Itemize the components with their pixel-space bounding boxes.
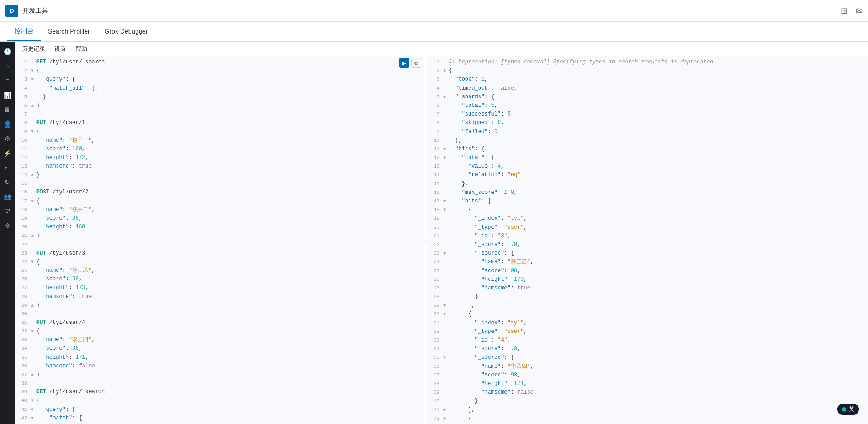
table-row: 6 "total": 5, <box>427 101 868 110</box>
line-content: "_source": { <box>449 353 868 362</box>
right-code-editor[interactable]: 1#! Deprecation: [types removal] Specify… <box>427 56 868 424</box>
line-number: 11 <box>15 145 31 154</box>
sidebar-icon-plug[interactable]: ⚡ <box>1 147 14 159</box>
sidebar-icon-users[interactable]: 👥 <box>1 190 14 203</box>
copy-button[interactable]: ⧉ <box>411 58 421 68</box>
lang-badge[interactable]: 英 <box>837 404 859 415</box>
line-content: { <box>36 258 424 266</box>
tab-search-profiler[interactable]: Search Profiler <box>41 22 97 41</box>
sidebar-icon-layers[interactable]: ≡ <box>1 74 14 87</box>
tab-console[interactable]: 控制台 <box>7 22 41 41</box>
fold-indicator[interactable]: ▼ <box>443 93 449 101</box>
table-row: 2▼{ <box>15 67 424 75</box>
line-number: 12 <box>15 154 31 162</box>
line-number: 37 <box>15 371 31 379</box>
table-row: 31 "_index": "tyl", <box>427 319 868 328</box>
left-code-editor[interactable]: 1GET /tyl/user/_search2▼{3▼ "query": {4 … <box>15 56 424 424</box>
line-number: 24 <box>427 258 443 266</box>
line-content: "hits": { <box>449 145 868 154</box>
fold-indicator[interactable]: ▲ <box>31 171 36 179</box>
fold-indicator <box>443 371 449 372</box>
fold-indicator[interactable]: ▼ <box>443 301 449 309</box>
line-number: 30 <box>427 310 443 318</box>
table-row: 18▼ { <box>427 206 868 214</box>
fold-indicator <box>31 93 36 94</box>
sidebar-icon-person[interactable]: 👤 <box>1 118 14 130</box>
line-content: PUT /tyl/user/3 <box>36 249 424 258</box>
line-number: 39 <box>15 388 31 396</box>
sidebar-icon-chart[interactable]: 📊 <box>1 89 14 101</box>
line-number: 7 <box>15 110 31 119</box>
fold-indicator[interactable]: ▼ <box>443 206 449 214</box>
table-row: 20 "_type": "user", <box>427 223 868 232</box>
table-row: 42▼ "match": { <box>15 414 424 423</box>
line-number: 32 <box>15 327 31 336</box>
history-btn[interactable]: 历史记录 <box>20 44 47 54</box>
line-content: "score": 98, <box>36 275 424 284</box>
line-content: "height": 173, <box>36 284 424 292</box>
sidebar-icon-gear[interactable]: ⚙ <box>1 132 14 145</box>
fold-indicator[interactable]: ▼ <box>443 249 449 257</box>
fold-indicator[interactable]: ▼ <box>443 406 449 414</box>
fold-indicator[interactable]: ▼ <box>443 414 449 423</box>
sidebar-icon-clock[interactable]: 🕐 <box>1 45 14 58</box>
fold-indicator[interactable]: ▼ <box>443 67 449 75</box>
table-row: 23▼ "_source": { <box>427 249 868 258</box>
fold-indicator[interactable]: ▼ <box>31 127 36 135</box>
line-number: 18 <box>15 206 31 214</box>
fold-indicator[interactable]: ▼ <box>443 154 449 162</box>
fold-indicator[interactable]: ▼ <box>443 197 449 205</box>
fold-indicator[interactable]: ▼ <box>31 197 36 205</box>
sidebar-icon-monitor[interactable]: 🖥 <box>1 103 14 116</box>
tab-grok-debugger[interactable]: Grok Debugger <box>97 22 155 41</box>
fold-indicator[interactable]: ▼ <box>443 145 449 153</box>
table-row: 8 "skipped": 0, <box>427 119 868 127</box>
fold-indicator[interactable]: ▲ <box>31 301 36 309</box>
fold-indicator[interactable]: ▼ <box>31 405 36 414</box>
fold-indicator <box>443 136 449 137</box>
fold-indicator <box>31 266 36 267</box>
sidebar-icon-refresh[interactable]: ↻ <box>1 176 14 188</box>
line-number: 2 <box>427 67 443 75</box>
line-content: } <box>36 301 424 310</box>
line-content: GET /tyl/user/_search <box>36 58 424 67</box>
fold-indicator[interactable]: ▲ <box>31 101 36 110</box>
line-content: }, <box>449 136 868 145</box>
fold-indicator[interactable]: ▲ <box>31 371 36 379</box>
table-row: 40▼{ <box>15 396 424 405</box>
run-button[interactable]: ▶ <box>399 58 409 68</box>
table-row: 16POST /tyl/user/2 <box>15 188 424 197</box>
fold-indicator[interactable]: ▼ <box>31 414 36 422</box>
settings-btn[interactable]: 设置 <box>53 44 68 54</box>
table-row: 35▼ "_source": { <box>427 353 868 362</box>
line-number: 12 <box>427 154 443 162</box>
line-number: 33 <box>427 336 443 345</box>
fold-indicator[interactable]: ▼ <box>443 310 449 318</box>
line-content: { <box>36 327 424 336</box>
fold-indicator[interactable]: ▲ <box>31 231 36 240</box>
table-row: 22 "_score": 1.0, <box>427 241 868 249</box>
fold-indicator <box>31 58 36 59</box>
line-number: 4 <box>427 84 443 93</box>
sidebar-icon-home[interactable]: ⌂ <box>1 60 14 72</box>
fold-indicator[interactable]: ▼ <box>443 353 449 361</box>
fold-indicator <box>443 388 449 389</box>
fold-indicator[interactable]: ▼ <box>31 396 36 405</box>
fold-indicator[interactable]: ▼ <box>31 258 36 266</box>
help-btn[interactable]: 帮助 <box>73 44 89 54</box>
line-number: 4 <box>15 84 31 93</box>
line-number: 37 <box>427 371 443 380</box>
sidebar-icon-shield[interactable]: 🛡 <box>1 205 14 217</box>
mail-icon[interactable]: ✉ <box>856 6 863 16</box>
line-number: 14 <box>427 171 443 179</box>
fold-indicator[interactable]: ▼ <box>31 75 36 83</box>
sidebar-icon-settings[interactable]: ⚙ <box>1 219 14 232</box>
grid-icon[interactable]: ⊞ <box>841 6 848 16</box>
table-row: 20 "height": 160 <box>15 223 424 231</box>
sidebar-icon-tag[interactable]: 🏷 <box>1 161 14 174</box>
line-number: 23 <box>427 249 443 258</box>
line-number: 17 <box>15 197 31 206</box>
line-content: "_index": "tyl", <box>449 214 868 223</box>
fold-indicator[interactable]: ▼ <box>31 67 36 75</box>
fold-indicator[interactable]: ▼ <box>31 327 36 335</box>
